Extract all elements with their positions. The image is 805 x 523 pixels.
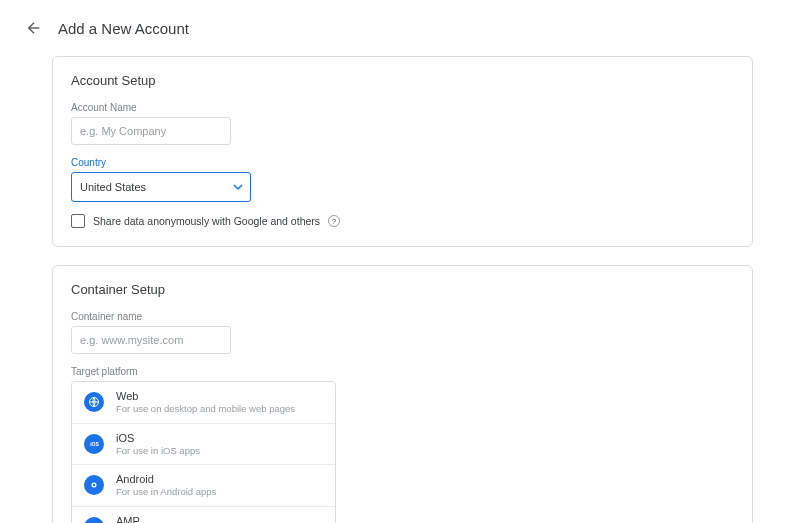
platform-name: Android: [116, 473, 216, 486]
platform-list: Web For use on desktop and mobile web pa…: [71, 381, 336, 523]
account-name-field: Account Name: [71, 102, 734, 145]
account-setup-card: Account Setup Account Name Country Unite…: [52, 56, 753, 247]
globe-icon: [84, 392, 104, 412]
container-name-field: Container name: [71, 311, 734, 354]
platform-name: AMP: [116, 515, 271, 523]
platform-option-ios[interactable]: iOS iOS For use in iOS apps: [72, 424, 335, 466]
page-title: Add a New Account: [58, 20, 189, 37]
country-select[interactable]: United States: [71, 172, 251, 202]
platform-option-web[interactable]: Web For use on desktop and mobile web pa…: [72, 382, 335, 424]
svg-point-3: [93, 484, 96, 487]
container-setup-title: Container Setup: [71, 282, 734, 297]
ios-icon: iOS: [84, 434, 104, 454]
share-data-checkbox[interactable]: [71, 214, 85, 228]
country-value: United States: [80, 181, 146, 193]
account-name-input[interactable]: [71, 117, 231, 145]
page-header: Add a New Account: [24, 18, 781, 38]
help-icon[interactable]: ?: [328, 215, 340, 227]
container-setup-card: Container Setup Container name Target pl…: [52, 265, 753, 523]
platform-option-amp[interactable]: AMP For use in Accelerated Mobile Pages: [72, 507, 335, 523]
share-data-row: Share data anonymously with Google and o…: [71, 214, 734, 228]
target-platform-label: Target platform: [71, 366, 734, 377]
platform-option-android[interactable]: Android For use in Android apps: [72, 465, 335, 507]
country-label: Country: [71, 157, 734, 168]
share-data-label: Share data anonymously with Google and o…: [93, 215, 320, 227]
container-name-label: Container name: [71, 311, 734, 322]
back-arrow-icon[interactable]: [24, 18, 44, 38]
platform-desc: For use in iOS apps: [116, 445, 200, 456]
svg-text:iOS: iOS: [90, 441, 99, 447]
container-name-input[interactable]: [71, 326, 231, 354]
country-field: Country United States: [71, 157, 734, 202]
target-platform-group: Target platform Web For use on desktop a…: [71, 366, 734, 523]
platform-name: Web: [116, 390, 295, 403]
platform-desc: For use on desktop and mobile web pages: [116, 403, 295, 414]
account-setup-title: Account Setup: [71, 73, 734, 88]
android-icon: [84, 475, 104, 495]
bolt-icon: [84, 517, 104, 523]
platform-name: iOS: [116, 432, 200, 445]
account-name-label: Account Name: [71, 102, 734, 113]
platform-desc: For use in Android apps: [116, 486, 216, 497]
